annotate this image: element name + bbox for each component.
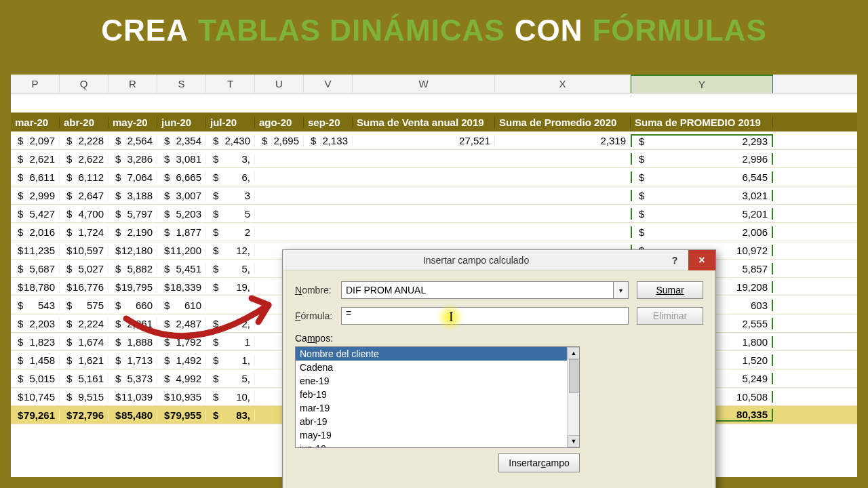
dialog-titlebar[interactable]: Insertar campo calculado ? × xyxy=(283,250,715,270)
col-S[interactable]: S xyxy=(157,75,206,93)
sumar-button[interactable]: Sumar xyxy=(637,281,703,299)
campos-listbox[interactable]: Nombre del clienteCadenaene-19feb-19mar-… xyxy=(295,346,580,448)
scroll-thumb[interactable] xyxy=(569,359,578,393)
help-button[interactable]: ? xyxy=(661,250,688,270)
col-Y-selected[interactable]: Y xyxy=(631,75,773,93)
scroll-up-icon[interactable]: ▲ xyxy=(568,347,580,359)
nombre-label: Nombre: xyxy=(295,285,341,296)
col-U[interactable]: U xyxy=(255,75,304,93)
list-item[interactable]: ene-19 xyxy=(296,374,579,388)
list-item[interactable]: abr-19 xyxy=(296,415,579,428)
nombre-input[interactable] xyxy=(341,281,614,299)
formula-input[interactable]: = I xyxy=(341,307,629,325)
formula-label: Fórmula: xyxy=(295,310,341,321)
table-row[interactable]: 5,427 4,700 5,797 5,203 5 5,201 xyxy=(11,205,857,223)
text-cursor-icon: I xyxy=(449,309,454,325)
spreadsheet-area: P Q R S T U V W X Y mar-20 abr-20 may-20… xyxy=(11,75,857,477)
col-V[interactable]: V xyxy=(304,75,353,93)
list-item[interactable]: Cadena xyxy=(296,361,579,374)
list-item[interactable]: Nombre del cliente xyxy=(296,347,579,361)
col-X[interactable]: X xyxy=(495,75,631,93)
col-T[interactable]: T xyxy=(206,75,255,93)
dialog-title: Insertar campo calculado xyxy=(291,255,661,266)
table-row[interactable]: 2,621 2,622 3,286 3,081 3, 2,996 xyxy=(11,150,857,168)
nombre-dropdown-icon[interactable]: ▾ xyxy=(614,281,629,299)
table-row[interactable]: 2,097 2,228 2,564 2,354 2,430 2,695 2,13… xyxy=(11,131,857,150)
scroll-down-icon[interactable]: ▼ xyxy=(568,435,580,447)
table-row[interactable]: 2,016 1,724 2,190 1,877 2 2,006 xyxy=(11,223,857,241)
insert-calculated-field-dialog: Insertar campo calculado ? × Nombre: ▾ S… xyxy=(282,249,716,488)
column-header-row: P Q R S T U V W X Y xyxy=(11,75,857,94)
insertar-campo-button[interactable]: Insertar campo xyxy=(498,453,580,472)
table-row[interactable]: 6,611 6,112 7,064 6,665 6, 6,545 xyxy=(11,168,857,186)
col-P[interactable]: P xyxy=(11,75,60,93)
list-item[interactable]: mar-19 xyxy=(296,401,579,415)
list-item[interactable]: feb-19 xyxy=(296,388,579,401)
pivot-header-row: mar-20 abr-20 may-20 jun-20 jul-20 ago-2… xyxy=(11,113,857,131)
campos-label: Campos: xyxy=(295,333,703,344)
cursor-highlight xyxy=(437,304,464,331)
table-row[interactable]: 2,999 2,647 3,188 3,007 3 3,021 xyxy=(11,186,857,205)
title-banner: CREA TABLAS DINÁMICAS CON FÓRMULAS xyxy=(0,0,868,61)
col-Q[interactable]: Q xyxy=(60,75,108,93)
col-R[interactable]: R xyxy=(108,75,157,93)
list-item[interactable]: jun-19 xyxy=(296,442,579,448)
list-item[interactable]: may-19 xyxy=(296,428,579,442)
col-W[interactable]: W xyxy=(353,75,495,93)
close-icon[interactable]: × xyxy=(688,250,715,270)
eliminar-button: Eliminar xyxy=(637,307,703,325)
listbox-scrollbar[interactable]: ▲ ▼ xyxy=(567,347,579,447)
